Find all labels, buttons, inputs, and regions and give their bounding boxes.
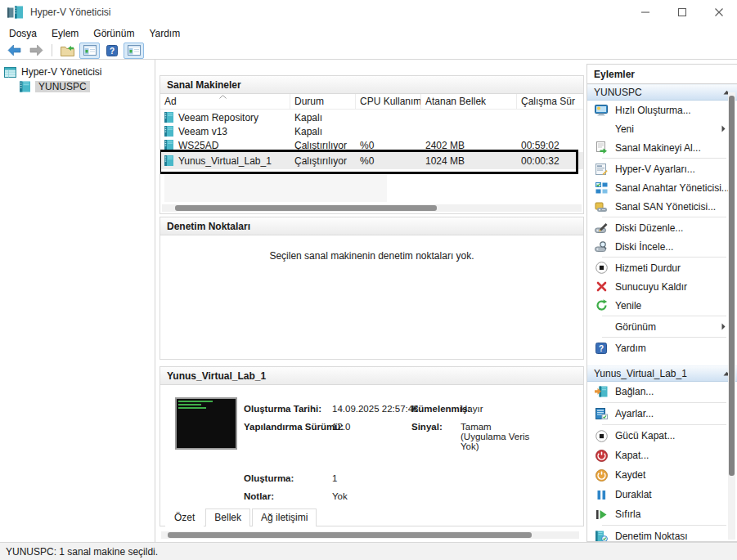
- table-row[interactable]: Yunus_Virtual_Lab_1Çalıştırılıyor%01024 …: [160, 152, 583, 169]
- action-label: Diski Düzenle...: [615, 222, 683, 234]
- vm-list-horizontal-scrollbar[interactable]: [162, 204, 582, 212]
- svg-text:?: ?: [109, 46, 114, 55]
- table-row[interactable]: Veeam v13Kapalı: [160, 124, 583, 138]
- notes-value: Yok: [332, 491, 348, 501]
- vm-icon: [164, 126, 173, 137]
- action-label: Yenile: [615, 300, 641, 311]
- action-label: Bağlan...: [615, 386, 654, 397]
- action-refresh[interactable]: Yenile: [587, 296, 737, 315]
- heartbeat-label: Sinyal:: [411, 422, 443, 432]
- menu-eylem[interactable]: Eylem: [44, 26, 86, 41]
- vm-preview-thumbnail[interactable]: [175, 397, 237, 450]
- action-separator: [602, 424, 726, 425]
- stop-service-icon: [595, 262, 608, 274]
- tab-ozet[interactable]: Özet: [165, 508, 204, 526]
- action-group-header-yunus-virtual-lab-1[interactable]: Yunus_Virtual_Lab_1: [587, 365, 737, 382]
- action-view[interactable]: Görünüm: [587, 317, 737, 336]
- vm-status-cell: Çalıştırılıyor: [290, 155, 356, 167]
- action-virtual-switch-manager[interactable]: Sanal Anahtar Yöneticisi...: [587, 178, 737, 197]
- action-edit-disk[interactable]: Diski Düzenle...: [587, 218, 737, 237]
- vm-icon: [164, 140, 173, 150]
- menu-dosya[interactable]: Dosya: [2, 26, 44, 41]
- action-label: Kapat...: [615, 450, 649, 461]
- inspect-disk-icon: [595, 241, 608, 253]
- tree-server-label: YUNUSPC: [35, 81, 90, 92]
- action-pause[interactable]: Duraklat: [587, 485, 737, 504]
- action-group-items: Bağlan...Ayarlar...Gücü Kapat...Kapat...…: [587, 382, 737, 542]
- column-header-cpu[interactable]: CPU Kullanımı: [356, 94, 421, 109]
- close-button[interactable]: [700, 0, 737, 25]
- table-row[interactable]: Veeam RepositoryKapalı: [160, 110, 583, 124]
- virtual-switch-icon: [595, 182, 608, 194]
- tab-ag-iletisimi[interactable]: Ağ iletişimi: [252, 508, 317, 526]
- open-folder-button[interactable]: [57, 43, 78, 59]
- forward-icon: [29, 44, 43, 56]
- actions-vertical-scrollbar[interactable]: [728, 92, 735, 540]
- vm-name: Veeam v13: [178, 126, 227, 137]
- column-header-memory[interactable]: Atanan Bellek: [421, 94, 517, 109]
- help-icon: ?: [595, 343, 608, 354]
- show-console-tree-button[interactable]: [79, 43, 100, 59]
- tab-bellek[interactable]: Bellek: [205, 508, 250, 526]
- back-button[interactable]: [4, 43, 25, 59]
- action-reset[interactable]: Sıfırla: [587, 504, 737, 524]
- remove-server-icon: [595, 281, 608, 292]
- generation-label: Oluşturma:: [244, 473, 294, 483]
- action-label: Ayarlar...: [615, 408, 654, 419]
- action-separator: [602, 217, 726, 217]
- action-virtual-san-manager[interactable]: Sanal SAN Yöneticisi...: [587, 197, 737, 216]
- action-new[interactable]: Yeni: [587, 119, 737, 138]
- scrollbar-thumb[interactable]: [168, 532, 532, 538]
- action-hyperv-settings[interactable]: Hyper-V Ayarları...: [587, 159, 737, 178]
- server-icon: [20, 81, 30, 92]
- action-stop-service[interactable]: Hizmeti Durdur: [587, 258, 737, 277]
- reset-icon: [595, 509, 608, 520]
- vm-table-header-row: Ad Durum CPU Kullanımı Atanan Bellek Çal…: [160, 94, 583, 110]
- action-shut-down[interactable]: Kapat...: [587, 446, 737, 465]
- forward-button[interactable]: [26, 43, 47, 59]
- action-settings[interactable]: Ayarlar...: [587, 404, 737, 423]
- scrollbar-thumb[interactable]: [729, 96, 735, 476]
- action-quick-create[interactable]: Hızlı Oluşturma...: [587, 101, 737, 119]
- scrollbar-thumb[interactable]: [175, 205, 437, 211]
- edit-disk-icon: [595, 222, 608, 234]
- action-separator: [602, 158, 726, 159]
- action-label: Hızlı Oluşturma...: [615, 105, 691, 116]
- tree-item-server-yunuspc[interactable]: YUNUSPC: [0, 79, 155, 94]
- action-save[interactable]: Kaydet: [587, 465, 737, 485]
- column-header-uptime[interactable]: Çalışma Sür: [517, 94, 583, 109]
- menu-gorunum[interactable]: Görünüm: [86, 26, 142, 41]
- back-icon: [7, 44, 21, 56]
- tree-item-hyperv-root[interactable]: Hyper-V Yöneticisi: [0, 65, 155, 79]
- details-horizontal-scrollbar[interactable]: [161, 531, 579, 539]
- created-value: 14.09.2025 22:57:48: [332, 404, 419, 414]
- action-group-label: Yunus_Virtual_Lab_1: [594, 368, 687, 379]
- action-label: Yardım: [615, 343, 646, 354]
- action-remove-server[interactable]: Sunucuyu Kaldır: [587, 277, 737, 296]
- generation-value: 1: [332, 473, 337, 483]
- action-import-vm[interactable]: Sanal Makineyi Al...: [587, 138, 737, 157]
- vm-name-cell: Veeam v13: [160, 126, 290, 137]
- column-header-status[interactable]: Durum: [290, 94, 356, 109]
- import-vm-icon: [595, 141, 608, 154]
- maximize-button[interactable]: [663, 0, 700, 25]
- console-text-line: [178, 404, 201, 405]
- checkpoint-icon: [595, 531, 608, 542]
- window-title: Hyper-V Yöneticisi: [30, 7, 110, 18]
- action-turn-off[interactable]: Gücü Kapat...: [587, 426, 737, 446]
- vm-status-cell: Kapalı: [290, 112, 356, 123]
- actions-groups: YUNUSPCHızlı Oluşturma...YeniSanal Makin…: [587, 84, 737, 542]
- action-help[interactable]: ?Yardım: [587, 338, 737, 357]
- action-connect[interactable]: Bağlan...: [587, 382, 737, 401]
- help-button[interactable]: ?: [101, 43, 122, 59]
- minimize-button[interactable]: [627, 0, 663, 25]
- table-row[interactable]: WS25ADÇalıştırılıyor%02402 MB00:59:02: [160, 138, 583, 152]
- menu-yardim[interactable]: Yardım: [142, 26, 187, 41]
- action-checkpoint[interactable]: Denetim Noktası: [587, 526, 737, 542]
- main-area: Hyper-V Yöneticisi YUNUSPC Sanal Makinel…: [0, 60, 737, 542]
- open-folder-icon: [61, 45, 74, 56]
- show-action-pane-button[interactable]: [124, 43, 144, 59]
- column-header-name[interactable]: Ad: [160, 94, 290, 109]
- action-group-header-yunuspc[interactable]: YUNUSPC: [587, 84, 737, 101]
- action-inspect-disk[interactable]: Diski İncele...: [587, 237, 737, 256]
